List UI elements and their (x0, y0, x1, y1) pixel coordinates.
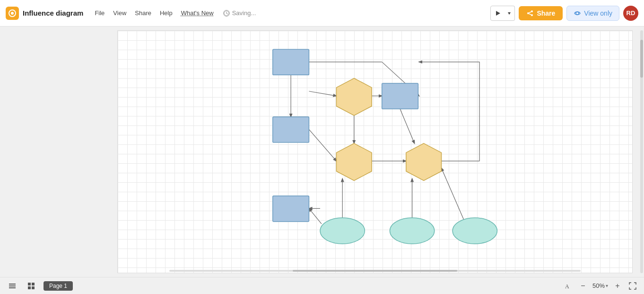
canvas[interactable] (117, 30, 633, 273)
node-rect3[interactable] (273, 117, 309, 143)
svg-line-25 (309, 208, 322, 223)
share-label: Share (537, 9, 555, 17)
node-oval1[interactable] (320, 218, 365, 244)
main-area (0, 27, 644, 277)
nav-help[interactable]: Help (156, 8, 176, 18)
svg-line-10 (529, 12, 531, 13)
node-oval3[interactable] (453, 218, 497, 244)
bottombar: Page 1 A − 50% ▾ + (0, 277, 644, 294)
page-label: Page 1 (49, 283, 67, 289)
svg-line-21 (400, 109, 414, 143)
zoom-dropdown-icon: ▾ (606, 283, 608, 288)
svg-rect-34 (32, 283, 35, 285)
svg-line-29 (442, 168, 466, 224)
document-title: Influence diagram (23, 9, 83, 17)
zoom-out-icon: − (581, 282, 585, 290)
whats-new-link[interactable]: What's New (177, 8, 218, 18)
svg-point-7 (527, 12, 529, 14)
svg-line-18 (309, 129, 336, 161)
svg-text:A: A (565, 283, 569, 290)
svg-line-16 (309, 91, 336, 96)
share-button[interactable]: Share (519, 6, 563, 20)
saving-label: Saving... (232, 9, 256, 17)
nav-file[interactable]: File (91, 8, 108, 18)
zoom-value: 50% (592, 282, 605, 289)
zoom-in-button[interactable]: + (612, 280, 623, 292)
svg-rect-31 (9, 285, 16, 286)
present-dropdown-button[interactable] (504, 6, 515, 21)
svg-marker-5 (496, 11, 500, 16)
svg-rect-30 (9, 284, 16, 285)
node-rect4[interactable] (273, 196, 309, 222)
topbar: Influence diagram File View Share Help W… (0, 0, 644, 27)
horizontal-scrollbar[interactable] (118, 269, 632, 273)
node-hex3[interactable] (406, 143, 442, 181)
view-only-button[interactable]: View only (566, 6, 619, 21)
grid-view-button[interactable] (25, 279, 38, 293)
list-view-button[interactable] (6, 279, 19, 293)
svg-point-1 (11, 12, 14, 15)
vertical-scrollbar[interactable] (640, 30, 643, 273)
node-rect1[interactable] (273, 49, 309, 75)
svg-rect-33 (28, 283, 31, 285)
bottom-left: Page 1 (6, 279, 73, 293)
zoom-level-display[interactable]: 50% ▾ (592, 282, 608, 289)
nav-menu: File View Share Help What's New (91, 8, 217, 18)
right-panel (636, 27, 644, 277)
clock-icon (223, 10, 230, 17)
left-panel (0, 27, 113, 277)
node-oval2[interactable] (390, 218, 434, 244)
bottom-right: A − 50% ▾ + (564, 280, 638, 292)
svg-rect-36 (32, 286, 35, 289)
nav-view[interactable]: View (109, 8, 130, 18)
svg-point-9 (531, 14, 533, 16)
svg-rect-32 (9, 287, 16, 288)
zoom-in-icon: + (615, 282, 619, 290)
user-avatar[interactable]: RD (623, 6, 638, 21)
user-initials: RD (627, 9, 635, 17)
svg-line-4 (226, 13, 228, 14)
svg-marker-6 (508, 12, 511, 15)
saving-status: Saving... (223, 9, 256, 17)
node-hex2[interactable] (336, 143, 372, 181)
fullscreen-button[interactable] (627, 280, 638, 292)
node-rect2[interactable] (382, 83, 418, 109)
canvas-area (113, 27, 644, 277)
right-actions: Share View only RD (490, 6, 638, 21)
node-hex1[interactable] (336, 78, 372, 116)
zoom-out-button[interactable]: − (577, 280, 589, 292)
view-only-label: View only (584, 9, 612, 17)
app-logo (6, 7, 19, 20)
svg-rect-35 (28, 286, 31, 289)
page-tab[interactable]: Page 1 (44, 281, 73, 291)
diagram-svg (118, 31, 632, 273)
svg-line-11 (529, 14, 531, 15)
spell-check-button[interactable]: A (564, 281, 574, 291)
vertical-scrollbar-thumb[interactable] (640, 40, 643, 78)
svg-point-8 (531, 10, 533, 12)
nav-share[interactable]: Share (131, 8, 155, 18)
